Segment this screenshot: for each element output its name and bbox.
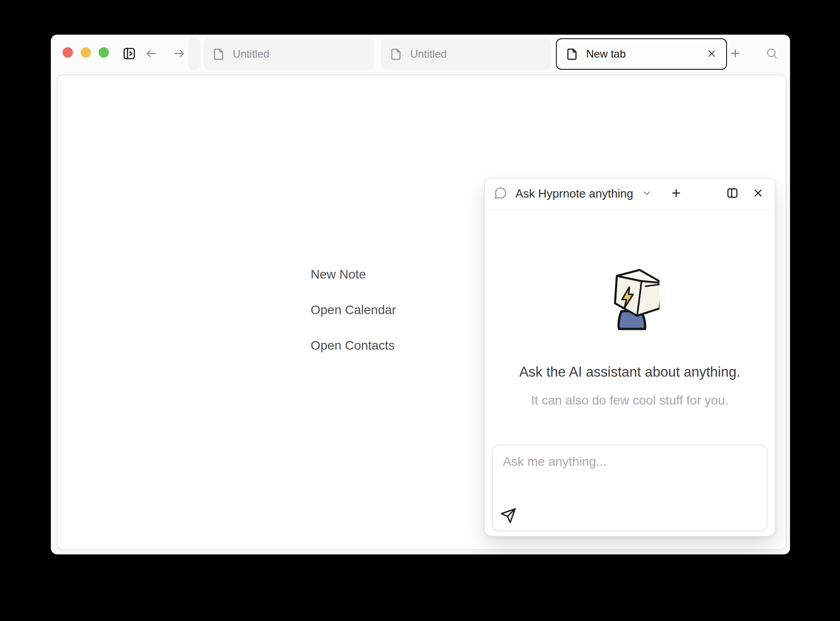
tab-untitled-1[interactable]: Untitled: [203, 38, 374, 70]
new-note-link[interactable]: New Note: [311, 268, 396, 281]
assistant-subline: It can also do few cool stuff for you.: [485, 393, 775, 408]
assistant-close-button[interactable]: [752, 187, 764, 200]
assistant-input-box: [492, 445, 768, 531]
traffic-lights: [63, 47, 109, 58]
send-button[interactable]: [498, 506, 518, 526]
send-icon: [500, 508, 516, 525]
search-button[interactable]: [765, 46, 778, 60]
tab-label: Untitled: [410, 48, 542, 60]
tab-label: Untitled: [233, 48, 365, 60]
assistant-body: Ask the AI assistant about anything. It …: [485, 210, 775, 536]
tab-close-button[interactable]: [706, 48, 717, 60]
main-content: New Note Open Calendar Open Contacts Ask…: [57, 74, 786, 550]
x-icon: [706, 48, 717, 60]
message-circle-icon: [494, 186, 507, 201]
plus-icon: [670, 187, 682, 200]
sidebar-toggle-button[interactable]: [122, 46, 136, 61]
search-icon: [765, 47, 778, 60]
tab-label: New tab: [586, 48, 706, 60]
plus-icon: [729, 47, 741, 59]
new-tab-button[interactable]: [729, 47, 741, 59]
panel-left-open-icon: [122, 47, 136, 60]
minimize-window-button[interactable]: [81, 47, 91, 58]
open-contacts-link[interactable]: Open Contacts: [311, 339, 396, 352]
assistant-split-view-button[interactable]: [726, 187, 739, 201]
assistant-new-chat-button[interactable]: [670, 187, 682, 200]
tab-untitled-2[interactable]: Untitled: [381, 38, 551, 70]
forward-button[interactable]: [172, 47, 186, 60]
quick-links: New Note Open Calendar Open Contacts: [311, 268, 396, 374]
file-icon: [390, 48, 402, 60]
zoom-window-button[interactable]: [99, 47, 109, 58]
back-button[interactable]: [145, 47, 158, 60]
ai-assistant-panel: Ask Hyprnote anything: [484, 178, 775, 536]
app-window: Untitled Untitled New tab: [51, 35, 790, 554]
chevron-down-icon: [641, 188, 652, 200]
collapsed-tab-strip: [188, 38, 200, 70]
close-window-button[interactable]: [63, 47, 73, 58]
assistant-input[interactable]: [493, 446, 767, 508]
file-icon: [566, 48, 578, 60]
assistant-header: Ask Hyprnote anything: [485, 178, 775, 210]
panel-split-icon: [726, 187, 739, 201]
open-calendar-link[interactable]: Open Calendar: [311, 303, 396, 317]
arrow-right-icon: [173, 47, 185, 60]
tab-new-tab-active[interactable]: New tab: [556, 38, 727, 70]
assistant-headline: Ask the AI assistant about anything.: [485, 364, 775, 380]
title-bar: Untitled Untitled New tab: [51, 35, 790, 74]
desktop-background: Untitled Untitled New tab: [0, 0, 840, 621]
file-icon: [212, 48, 225, 60]
x-icon: [752, 187, 764, 200]
hyprnote-mascot-icon: [601, 262, 659, 332]
assistant-title: Ask Hyprnote anything: [515, 187, 633, 201]
arrow-left-icon: [145, 47, 158, 60]
assistant-session-selector[interactable]: Ask Hyprnote anything: [494, 186, 652, 201]
